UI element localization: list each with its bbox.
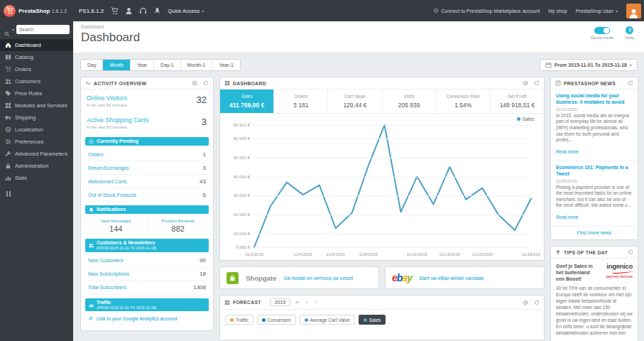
brand[interactable]: PrestaShop 1.6.1.2	[0, 5, 73, 17]
customers-row-new-subscriptions[interactable]: New Subscriptions 18	[88, 268, 206, 281]
forecast-prev-button[interactable]: ‹	[304, 300, 310, 305]
customers-row-total-subscribers[interactable]: Total Subscribers 1308	[88, 281, 206, 295]
grid-icon	[224, 300, 230, 305]
main-content: Dashboard Dashboard Demo mode ? Help Day…	[73, 21, 644, 341]
shop-cart-icon[interactable]	[111, 7, 119, 15]
collapse-sidebar-button[interactable]	[6, 191, 73, 197]
forecast-next-button[interactable]: ›	[313, 300, 320, 305]
support-headset-icon[interactable]	[139, 7, 147, 15]
news-column: PRESTASHOP NEWS Using social media for y…	[550, 77, 638, 341]
gear-icon[interactable]	[523, 80, 528, 86]
gear-icon[interactable]	[192, 80, 197, 86]
ebay-logo: ebay	[392, 273, 412, 283]
refresh-icon[interactable]	[628, 249, 633, 255]
range-button-year[interactable]: Year	[131, 60, 154, 70]
sidebar-item-label: Shipping	[15, 114, 36, 121]
customer-person-icon[interactable]	[125, 7, 133, 15]
pending-row-returns[interactable]: Return/Exchanges 3	[88, 161, 206, 175]
refresh-icon[interactable]	[534, 80, 540, 86]
find-more-news-link[interactable]: Find more news	[551, 227, 638, 239]
forecast-legend-sales[interactable]: Sales	[359, 315, 386, 325]
search-input[interactable]	[16, 25, 70, 34]
read-more-link[interactable]: Read more	[556, 215, 579, 220]
refresh-icon[interactable]	[534, 300, 540, 305]
forecast-legend-traffic[interactable]: Traffic	[225, 315, 253, 325]
sidebar-item-stats[interactable]: Stats	[0, 172, 73, 184]
rocket-icon[interactable]	[153, 7, 161, 15]
shopgate-ad[interactable]: Shopgate Ga mobiel en verhoog uw omzet	[219, 266, 379, 289]
sidebar-item-localization[interactable]: Localization	[0, 124, 73, 136]
forecast-legend-average-cart-value[interactable]: Average Cart Value	[300, 315, 355, 325]
range-button-month-1[interactable]: Month-1	[181, 60, 213, 70]
news-article[interactable]: Ecommerce 101: Payments in a Tweet 11/05…	[551, 161, 638, 227]
topbar: PrestaShop 1.6.1.2 PS1.6.1.2 Quick Acces…	[0, 0, 644, 21]
kpi-visits[interactable]: Visits 205 939	[383, 90, 437, 113]
gear-icon[interactable]	[523, 300, 528, 305]
ebay-ad[interactable]: ebay Start uw eBay-winkel vandaag	[385, 266, 545, 289]
sidebar-item-price-rules[interactable]: Price Rules	[0, 87, 73, 99]
kpi-cart-value[interactable]: Cart Value 129,44 €	[328, 90, 382, 113]
sidebar-item-advanced-parameters[interactable]: Advanced Parameters	[0, 148, 73, 160]
sidebar-item-dashboard[interactable]: Dashboard	[0, 39, 73, 51]
sidebar-item-preferences[interactable]: Preferences	[0, 136, 73, 148]
range-button-month[interactable]: Month	[103, 60, 130, 70]
ebay-cta-link[interactable]: Start uw eBay-winkel vandaag	[419, 276, 484, 281]
active-carts-stat[interactable]: Active Shopping Carts in the last 30 min…	[81, 112, 213, 134]
sidebar-item-shipping[interactable]: Shipping	[0, 112, 73, 124]
ingenico-logo: ingenico payment services	[606, 263, 633, 282]
sidebar-item-modules[interactable]: Modules and Services	[0, 99, 73, 112]
chart-x-tick-label: 11/4/2015	[294, 252, 312, 256]
pending-row-orders[interactable]: Orders 1	[88, 148, 206, 161]
customers-row-new-customers[interactable]: New Customers 90	[88, 254, 206, 268]
sidebar-item-label: Stats	[15, 175, 27, 181]
refresh-icon[interactable]	[628, 80, 633, 86]
news-article[interactable]: Using social media for your business: 4 …	[551, 90, 638, 161]
date-range-picker[interactable]: From 2015-11-01 To 2015-11-18 ▾	[540, 59, 638, 71]
kpi-net-profit[interactable]: Net Profit 148 918,51 €	[491, 90, 544, 113]
forecast-year-select[interactable]: 2015	[270, 298, 291, 306]
range-button-year-1[interactable]: Year-1	[212, 60, 239, 70]
shop-name-link[interactable]: PS1.6.1.2	[79, 8, 104, 14]
read-more-link[interactable]: Read more	[556, 149, 579, 154]
range-button-day[interactable]: Day	[81, 60, 103, 70]
dashboard-panel-header: DASHBOARD	[220, 77, 544, 90]
news-panel-header: PRESTASHOP NEWS	[551, 77, 638, 90]
tips-body-wrap[interactable]: Geef je Sales in het buitenland een Boos…	[551, 259, 638, 341]
chart-legend[interactable]: Sales	[517, 117, 534, 121]
help-icon[interactable]: ?	[626, 26, 633, 34]
online-visitors-stat[interactable]: Online Visitors in the last 30 minutes 3…	[81, 90, 213, 112]
pending-row-abandoned-carts[interactable]: Abandoned Carts 43	[88, 175, 206, 188]
range-button-day-1[interactable]: Day-1	[154, 60, 181, 70]
refresh-icon[interactable]	[203, 80, 209, 86]
sidebar-item-label: Customers	[15, 78, 40, 85]
prestashop-admin: PrestaShop 1.6.1.2 PS1.6.1.2 Quick Acces…	[0, 0, 644, 341]
my-shop-link[interactable]: My shop	[548, 9, 567, 13]
marketplace-link[interactable]: Connect to PrestaShop Marketplace accoun…	[433, 8, 540, 13]
sidebar-item-administration[interactable]: Administration	[0, 160, 73, 172]
shopgate-cta-link[interactable]: Ga mobiel en verhoog uw omzet	[283, 276, 353, 281]
chart-x-tick-label: 11/1/2015	[245, 252, 263, 256]
user-menu[interactable]: PrestaShop User ▾	[576, 9, 618, 13]
kpi-orders[interactable]: Orders 3 181	[274, 90, 328, 113]
kpi-sales[interactable]: Sales 411 759,00 €	[220, 90, 274, 113]
new-messages-stat[interactable]: New Messages 144	[85, 216, 147, 235]
prestashop-news-panel: PRESTASHOP NEWS Using social media for y…	[550, 77, 638, 240]
quick-access-menu[interactable]: Quick Access ▾	[168, 8, 204, 14]
sidebar-item-catalog[interactable]: Catalog	[0, 51, 73, 63]
notifications-banner: Notifications	[85, 205, 209, 214]
article-title[interactable]: Using social media for your business: 4 …	[556, 93, 633, 106]
user-menu-label: PrestaShop User	[576, 9, 613, 13]
demo-mode-toggle[interactable]	[594, 27, 610, 34]
pending-row-out-of-stock[interactable]: Out of Stock Products 6	[88, 188, 206, 202]
sidebar-item-orders[interactable]: Orders	[0, 63, 73, 75]
product-reviews-stat[interactable]: Product Reviews 882	[147, 216, 209, 235]
sidebar-item-customers[interactable]: Customers	[0, 75, 73, 87]
forecast-legend-conversion[interactable]: Conversion	[257, 315, 296, 325]
kpi-conversion-rate[interactable]: Conversion Rate 1.54%	[437, 90, 491, 113]
user-avatar[interactable]	[626, 4, 641, 18]
search-scope-caret-icon[interactable]: ▾	[12, 27, 14, 32]
google-analytics-link[interactable]: Link to your Google Analytics account	[88, 315, 206, 321]
article-title[interactable]: Ecommerce 101: Payments in a Tweet	[556, 165, 633, 178]
forecast-prev-fast-button[interactable]: «	[293, 300, 300, 305]
prestashop-logo-icon	[4, 5, 16, 17]
